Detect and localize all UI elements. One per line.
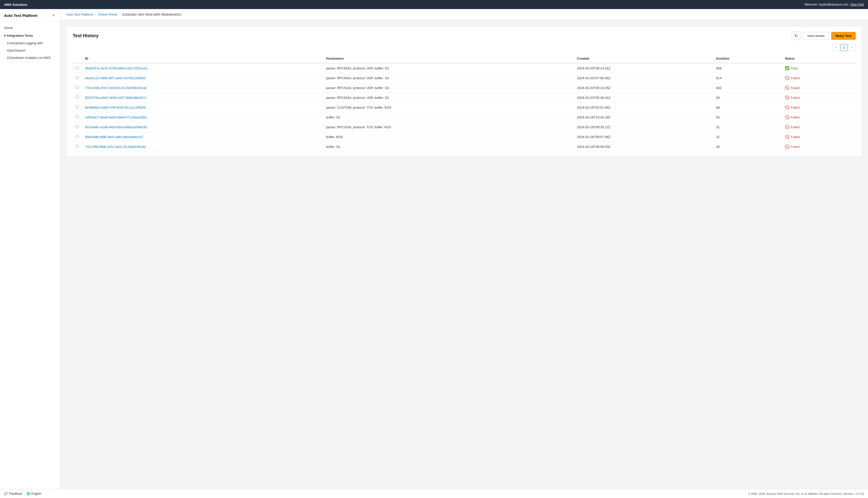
status-failed-badge: 🚫Failed <box>785 144 800 149</box>
row-params-1: parser: RFC5424, protocol: UDP, buffer: … <box>323 73 574 83</box>
main-layout: Auto Test Platform × Home ▾ Integration … <box>0 9 868 489</box>
row-status-2: 🚫Failed <box>782 83 856 93</box>
row-id-link-0[interactable]: 5bdb257a-3e31-4709-b904-e31c72521a1e <box>85 66 147 70</box>
row-status-6: 🚫Failed <box>782 122 856 132</box>
table-row: 73111f56-f8b6-4151-bd11-5c33e815819dbuff… <box>73 142 856 152</box>
row-radio-6[interactable] <box>76 125 79 128</box>
page-body: Test History ↻ View details Retry Test ‹… <box>60 20 868 163</box>
status-pass-badge: ✅Pass <box>785 66 798 70</box>
row-duration-4: 68 <box>713 103 782 113</box>
row-status-5: 🚫Failed <box>782 113 856 122</box>
error-circle-icon: 🚫 <box>785 105 790 110</box>
table-row: eba41c12-59fd-4bf7-a40e-157451338452pars… <box>73 73 856 83</box>
row-id-link-5[interactable]: cd50edc7-9ea9-4a04-89e9-071192ec6d52 <box>85 116 147 119</box>
breadcrumb: Auto Test Platform › Check Points › b1b9… <box>60 9 868 20</box>
col-header-id: ID <box>82 54 323 63</box>
row-status-0: ✅Pass <box>782 63 856 73</box>
breadcrumb-link-1[interactable]: Check Points <box>98 13 117 16</box>
row-created-2: 2024-03-20T06:13:26Z <box>574 83 713 93</box>
row-radio-4[interactable] <box>76 105 79 109</box>
row-created-5: 2024-03-18T15:42:18Z <box>574 113 713 122</box>
row-params-3: parser: RFC5424, protocol: UDP, buffer: … <box>323 93 574 103</box>
sidebar-item-home[interactable]: Home <box>0 24 60 32</box>
bottom-bar: 💬 Feedback 🌐 English © 2008 -2024, Amazo… <box>0 489 868 498</box>
sidebar-sub-item-0[interactable]: Centralized Logging with <box>0 39 60 47</box>
row-params-5: buffer: S3 <box>323 113 574 122</box>
table-row: 5bdb257a-3e31-4709-b904-e31c72521a1epars… <box>73 63 856 73</box>
welcome-text: Welcome, huyikai@amazon.com <box>805 3 848 6</box>
row-created-1: 2024-03-20T07:00:36Z <box>574 73 713 83</box>
error-circle-icon: 🚫 <box>785 134 790 139</box>
row-created-3: 2024-03-20T05:48:31Z <box>574 93 713 103</box>
sign-out-link[interactable]: Sign Out <box>851 3 863 6</box>
row-status-7: 🚫Failed <box>782 132 856 142</box>
row-radio-3[interactable] <box>76 95 79 99</box>
row-params-8: buffer: S3 <box>323 142 574 152</box>
row-duration-2: 682 <box>713 83 782 93</box>
row-radio-8[interactable] <box>76 145 79 148</box>
row-id-link-3[interactable]: 5937075a-d3d2-4605-b327-5b62cf8e257c <box>85 96 146 100</box>
row-id-link-8[interactable]: 73111f56-f8b6-4151-bd11-5c33e815819d <box>85 145 146 149</box>
status-failed-badge: 🚫Failed <box>785 76 800 80</box>
row-status-3: 🚫Failed <box>782 93 856 103</box>
breadcrumb-current: b1b92a6c-36cf-462d-af93-3fbdb8e0d22c <box>122 13 182 16</box>
breadcrumb-link-0[interactable]: Auto Test Platform <box>66 13 93 16</box>
table-row: 653c9a6c-e1d8-445d-85cd-880a1e59e33dpars… <box>73 122 856 132</box>
sidebar-sub-item-label-1: OpenSearch <box>7 49 25 52</box>
row-id-link-6[interactable]: 653c9a6c-e1d8-445d-85cd-880a1e59e33d <box>85 125 147 129</box>
row-id-link-4[interactable]: 8e46690a-0260-479f-8325-8111cc19f038 <box>85 106 145 109</box>
status-failed-badge: 🚫Failed <box>785 86 800 90</box>
error-circle-icon: 🚫 <box>785 115 790 119</box>
row-params-0: parser: RFC5424, protocol: UDP, buffer: … <box>323 63 574 73</box>
feedback-button[interactable]: 💬 Feedback <box>4 492 22 496</box>
language-label: English <box>31 492 41 496</box>
test-history-table: ID Parameters Created Duration Status 5b… <box>73 54 856 152</box>
row-status-4: 🚫Failed <box>782 103 856 113</box>
status-failed-badge: 🚫Failed <box>785 105 800 110</box>
status-failed-badge: 🚫Failed <box>785 115 800 119</box>
retry-test-button[interactable]: Retry Test <box>831 32 856 40</box>
sidebar-sub-item-label-2: Clickstream Analytics on AWS <box>7 56 51 60</box>
row-radio-0[interactable] <box>76 66 79 69</box>
row-duration-6: 31 <box>713 122 782 132</box>
sidebar-title: Auto Test Platform <box>4 13 38 17</box>
sidebar-sub-item-label-0: Centralized Logging with <box>7 41 43 45</box>
row-radio-1[interactable] <box>76 76 79 79</box>
pagination-prev-button[interactable]: ‹ <box>832 44 840 51</box>
integration-tests-label: Integration Tests <box>7 34 33 38</box>
row-radio-5[interactable] <box>76 115 79 118</box>
feedback-icon: 💬 <box>4 492 8 496</box>
view-details-button[interactable]: View details <box>803 32 829 40</box>
sidebar-sub-item-2[interactable]: Clickstream Analytics on AWS <box>0 54 60 61</box>
col-header-parameters: Parameters <box>323 54 574 63</box>
row-params-4: parser: CUSTOM, protocol: TCP, buffer: K… <box>323 103 574 113</box>
table-row: cd50edc7-9ea9-4a04-89e9-071192ec6d52buff… <box>73 113 856 122</box>
sidebar-header: Auto Test Platform × <box>0 9 60 22</box>
top-bar: AWS Solutions Welcome, huyikai@amazon.co… <box>0 0 868 9</box>
row-radio-7[interactable] <box>76 135 79 138</box>
card-actions: ↻ View details Retry Test <box>792 31 856 40</box>
col-header-created: Created <box>574 54 713 63</box>
col-header-radio <box>73 54 82 63</box>
error-circle-icon: 🚫 <box>785 76 790 80</box>
row-radio-2[interactable] <box>76 86 79 89</box>
row-duration-5: 50 <box>713 113 782 122</box>
pagination-next-button[interactable]: › <box>848 44 856 51</box>
copyright: © 2008 -2024, Amazon Web Services, Inc. … <box>748 492 864 495</box>
error-circle-icon: 🚫 <box>785 95 790 100</box>
row-id-link-1[interactable]: eba41c12-59fd-4bf7-a40e-157451338452 <box>85 76 146 80</box>
row-params-2: parser: RFC5424, protocol: UDP, buffer: … <box>323 83 574 93</box>
sidebar-sub-item-1[interactable]: OpenSearch <box>0 47 60 54</box>
brand-label: AWS Solutions <box>4 3 27 6</box>
row-created-6: 2024-03-18T09:35:12Z <box>574 122 713 132</box>
card-header: Test History ↻ View details Retry Test <box>73 31 856 40</box>
sidebar-close-button[interactable]: × <box>51 13 56 18</box>
row-id-link-7[interactable]: 90e63dfe-6f96-4dc6-af9f-c8da3dddcc57 <box>85 135 143 139</box>
refresh-button[interactable]: ↻ <box>792 31 800 40</box>
row-id-link-2[interactable]: 77d1c03b-47b7-4c03-9110-2042591f21a8 <box>85 86 146 90</box>
globe-icon: 🌐 <box>26 492 30 496</box>
language-button[interactable]: 🌐 English <box>26 492 41 496</box>
sidebar-section-integration-tests[interactable]: ▾ Integration Tests <box>0 32 60 39</box>
col-header-status: Status <box>782 54 856 63</box>
error-circle-icon: 🚫 <box>785 86 790 90</box>
